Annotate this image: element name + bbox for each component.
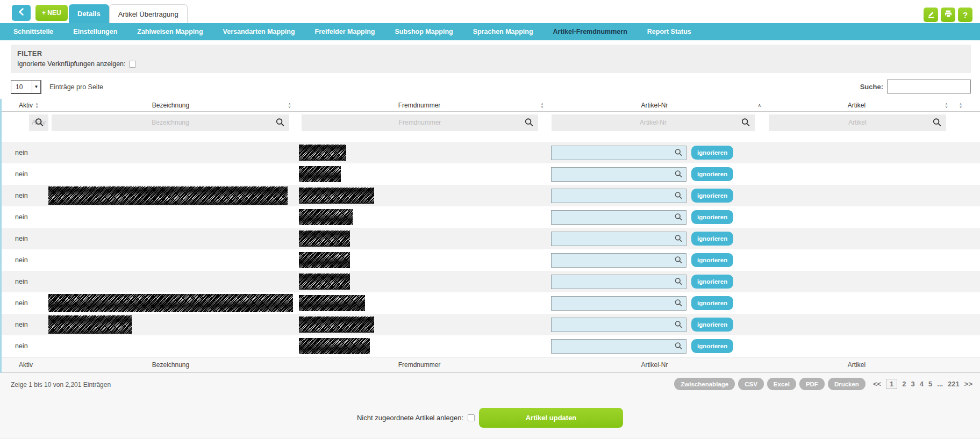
sort-icon[interactable]: ∧∨ [288, 103, 291, 108]
nav-item[interactable]: Zahlweisen Mapping [137, 28, 203, 35]
new-button[interactable]: + NEU [35, 5, 68, 21]
bezeichnung-cell [48, 271, 293, 292]
column-header-bezeichnung[interactable]: Bezeichnung ∧∨ [48, 102, 293, 109]
artikel-nr-input[interactable] [551, 296, 686, 311]
ignorieren-button[interactable]: ignorieren [691, 167, 733, 181]
pagination-item[interactable]: >> [964, 380, 972, 388]
search-input[interactable] [887, 80, 971, 93]
pagination-item[interactable]: 2 [902, 380, 906, 388]
filter-input-fremdnummer[interactable]: Fremdnummer [302, 114, 538, 131]
print-button[interactable] [941, 8, 955, 22]
question-mark-icon: ? [963, 10, 968, 19]
table-header-row: Aktiv ∧∨ Bezeichnung ∧∨ Fremdnummer ∧∨ A… [2, 99, 980, 112]
artikel-updaten-button[interactable]: Artikel updaten [479, 408, 623, 428]
redacted-fremdnummer [299, 166, 341, 182]
export-button[interactable]: Drucken [828, 378, 865, 390]
pagination-item[interactable]: 1 [886, 379, 897, 389]
sort-asc-icon[interactable]: ∧ [757, 103, 761, 107]
artikel-cell [763, 314, 950, 335]
nav-item[interactable]: Freifelder Mapping [315, 28, 375, 35]
ignorieren-button[interactable]: ignorieren [691, 296, 733, 310]
bezeichnung-cell [48, 249, 293, 271]
fremdnummer-cell [293, 271, 546, 292]
column-header-aktiv[interactable]: Aktiv ∧∨ [11, 102, 48, 109]
filter-input-bezeichnung[interactable]: Bezeichnung [52, 114, 289, 131]
pagination-item[interactable]: 221 [948, 380, 960, 388]
page-size-select[interactable]: 10 ▼ [11, 80, 41, 94]
footer-label-bezeichnung: Bezeichnung [48, 361, 293, 369]
create-unassigned-checkbox[interactable] [468, 414, 475, 421]
filter-input-aktiv[interactable]: Aktiv [29, 114, 48, 131]
export-button[interactable]: Zwischenablage [674, 378, 735, 390]
aktiv-cell: nein [11, 335, 48, 357]
nav-item[interactable]: Artikel-Fremdnummern [553, 28, 627, 35]
artikel-nr-input[interactable] [551, 210, 686, 225]
pagination-item[interactable]: << [873, 380, 881, 388]
pagination-item[interactable]: 5 [928, 380, 932, 388]
pagination-item[interactable]: 3 [911, 380, 915, 388]
table-info-row: Zeige 1 bis 10 von 2,201 Einträgen Zwisc… [0, 373, 980, 397]
artikel-nr-input[interactable] [551, 146, 686, 160]
redacted-fremdnummer [299, 188, 374, 204]
table-row: nein ignorieren [2, 335, 980, 357]
search-icon [674, 256, 683, 265]
nav-item[interactable]: Sprachen Mapping [473, 28, 533, 35]
artikel-nr-input[interactable] [551, 318, 686, 332]
nav-item[interactable]: Subshop Mapping [395, 28, 453, 35]
fremdnummer-cell [293, 314, 546, 335]
nav-item[interactable]: Einstellungen [73, 28, 117, 35]
ignorieren-button[interactable]: ignorieren [691, 146, 733, 160]
ignorieren-button[interactable]: ignorieren [691, 275, 733, 289]
export-button[interactable]: CSV [738, 378, 764, 390]
export-button[interactable]: Excel [767, 378, 796, 390]
redacted-fremdnummer [299, 252, 350, 268]
tab-artikel-uebertragung[interactable]: Artikel Übertragung [109, 4, 188, 23]
nav-item[interactable]: Schnittstelle [13, 28, 53, 35]
back-button[interactable] [12, 5, 31, 21]
show-ignored-checkbox[interactable] [129, 61, 136, 68]
help-button[interactable]: ? [958, 8, 972, 22]
artikel-nr-cell: ignorieren [546, 228, 763, 249]
ignorieren-button[interactable]: ignorieren [691, 189, 733, 203]
aktiv-cell: nein [11, 206, 48, 228]
artikel-nr-input[interactable] [551, 339, 686, 354]
sort-icon[interactable]: ∧∨ [945, 103, 948, 108]
search-label: Suche: [860, 83, 883, 91]
artikel-nr-input[interactable] [551, 189, 686, 203]
artikel-nr-input[interactable] [551, 253, 686, 268]
artikel-nr-input[interactable] [551, 232, 686, 246]
ignorieren-button[interactable]: ignorieren [691, 339, 733, 353]
redacted-bezeichnung [48, 315, 132, 334]
aktiv-cell: nein [11, 292, 48, 314]
ignorieren-button[interactable]: ignorieren [691, 232, 733, 246]
redacted-fremdnummer [299, 338, 370, 354]
column-header-fremdnummer[interactable]: Fremdnummer ∧∨ [293, 102, 546, 109]
search-icon [932, 118, 942, 128]
artikel-nr-input[interactable] [551, 275, 686, 289]
artikel-cell [763, 249, 950, 271]
sort-icon[interactable]: ∧∨ [541, 103, 543, 108]
edit-button[interactable] [924, 8, 938, 22]
tab-details[interactable]: Details [69, 4, 109, 23]
ignorieren-button[interactable]: ignorieren [691, 253, 733, 267]
artikel-nr-cell: ignorieren [546, 163, 763, 185]
nav-item[interactable]: Versandarten Mapping [223, 28, 295, 35]
filter-input-artikel[interactable]: Artikel [769, 114, 946, 131]
pagination-item[interactable]: 4 [920, 380, 924, 388]
ignorieren-button[interactable]: ignorieren [691, 318, 733, 332]
search-icon [674, 148, 683, 157]
column-header-artikel-nr[interactable]: Artikel-Nr ∧ [546, 102, 763, 109]
fremdnummer-cell [293, 335, 546, 357]
filter-panel: FILTER Ignorierte Verknfüpfungen anzeige… [11, 45, 971, 73]
column-header-artikel[interactable]: Artikel ∧∨ [763, 102, 950, 109]
column-header-actions[interactable]: ∧∨ [950, 103, 971, 108]
sort-icon[interactable]: ∧∨ [959, 103, 962, 108]
table-filter-row: Aktiv Bezeichnung Fremdnummer Artikel-Nr… [2, 112, 980, 133]
sort-icon[interactable]: ∧∨ [35, 103, 38, 108]
artikel-nr-input[interactable] [551, 167, 686, 182]
export-button[interactable]: PDF [799, 378, 825, 390]
bezeichnung-cell [48, 185, 293, 206]
ignorieren-button[interactable]: ignorieren [691, 210, 733, 224]
filter-input-artikel-nr[interactable]: Artikel-Nr [552, 114, 755, 131]
nav-item[interactable]: Report Status [647, 28, 691, 35]
